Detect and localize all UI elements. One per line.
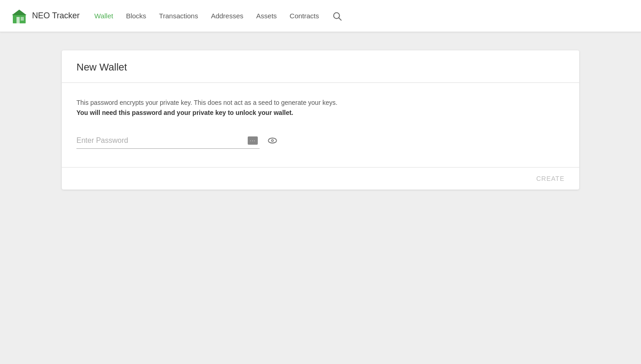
card-title: New Wallet [76,61,565,73]
main-content: New Wallet This password encrypts your p… [0,32,641,208]
brand-name: NEO Tracker [32,11,80,21]
search-icon [332,11,342,21]
navbar: NEO Tracker Wallet Blocks Transactions A… [0,0,641,32]
show-password-button[interactable] [265,133,280,148]
card-header: New Wallet [62,50,579,83]
svg-rect-2 [16,17,20,23]
eye-icon [267,135,278,146]
new-wallet-card: New Wallet This password encrypts your p… [62,50,579,190]
brand[interactable]: NEO Tracker [11,8,80,24]
brand-logo-icon [11,8,27,24]
card-footer: CREATE [62,167,579,190]
nav-transactions[interactable]: Transactions [159,12,198,20]
nav-addresses[interactable]: Addresses [211,12,244,20]
info-text: This password encrypts your private key.… [76,98,565,118]
nav-contracts[interactable]: Contracts [290,12,319,20]
password-row: ··· [76,133,565,149]
nav-blocks[interactable]: Blocks [126,12,146,20]
nav-wallet[interactable]: Wallet [94,12,113,20]
card-body: This password encrypts your private key.… [62,83,579,167]
dots-icon: ··· [250,138,255,143]
password-input[interactable] [76,133,260,149]
search-button[interactable] [332,11,342,21]
password-input-wrapper: ··· [76,133,260,149]
nav-links: Wallet Blocks Transactions Addresses Ass… [94,11,630,21]
password-toggle-dots-button[interactable]: ··· [248,136,258,145]
info-line1: This password encrypts your private key.… [76,99,337,106]
nav-assets[interactable]: Assets [256,12,277,20]
info-line2: You will need this password and your pri… [76,109,293,116]
svg-rect-3 [21,17,24,21]
svg-marker-1 [12,10,27,15]
create-button[interactable]: CREATE [536,175,565,182]
svg-line-5 [339,18,341,20]
svg-point-8 [272,140,273,141]
